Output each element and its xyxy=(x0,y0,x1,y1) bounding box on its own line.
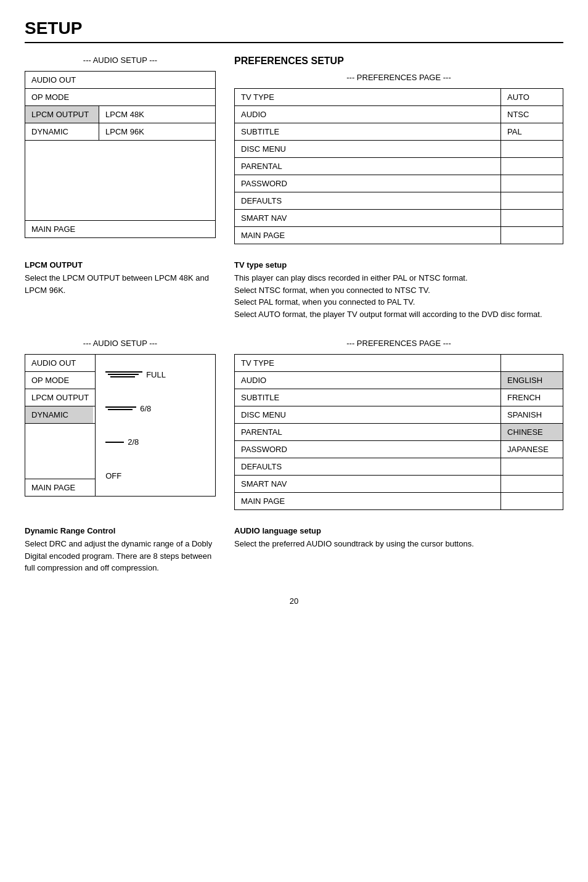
pref2-main-page-value xyxy=(501,493,563,509)
pref-row-main-page[interactable]: MAIN PAGE xyxy=(235,227,563,244)
tv-type-desc-text: This player can play discs recorded in e… xyxy=(234,272,563,320)
pref2-row-audio[interactable]: AUDIO ENGLISH xyxy=(235,372,563,389)
pref2-row-tv-type[interactable]: TV TYPE xyxy=(235,355,563,372)
menu-row-op-mode[interactable]: OP MODE xyxy=(25,89,215,106)
op-mode-label: OP MODE xyxy=(25,89,215,105)
pref2-row-parental[interactable]: PARENTAL CHINESE xyxy=(235,424,563,441)
pref2-defaults-value xyxy=(501,458,563,475)
tv-type-value: AUTO xyxy=(501,89,563,105)
page-title: SETUP xyxy=(25,19,563,43)
pref2-password-label: PASSWORD xyxy=(235,441,501,458)
dyn-68-bar xyxy=(105,406,136,410)
bottom-row: --- AUDIO SETUP --- AUDIO OUT OP MODE LP… xyxy=(25,339,563,520)
menu-row-audio-out[interactable]: AUDIO OUT xyxy=(25,72,215,89)
preferences-bottom-section: --- PREFERENCES PAGE --- TV TYPE AUDIO E… xyxy=(234,339,563,520)
pref2-audio-value: ENGLISH xyxy=(501,372,563,389)
dyn-row-main-page[interactable]: MAIN PAGE xyxy=(25,479,95,496)
preferences-top-menu: TV TYPE AUTO AUDIO NTSC SUBTITLE PAL DIS… xyxy=(234,88,563,244)
pref-row-subtitle[interactable]: SUBTITLE PAL xyxy=(235,123,563,141)
dyn-full-bar xyxy=(105,371,142,377)
pref-defaults-value xyxy=(501,192,563,209)
pref2-parental-label: PARENTAL xyxy=(235,424,501,440)
pref2-row-subtitle[interactable]: SUBTITLE FRENCH xyxy=(235,389,563,406)
dyn-off-item: OFF xyxy=(105,471,166,480)
pref-row-smart-nav[interactable]: SMART NAV xyxy=(235,210,563,227)
audio-setup-top-header: --- AUDIO SETUP --- xyxy=(25,56,216,65)
dyn-68-item: 6/8 xyxy=(105,404,166,413)
dynamic-desc-text: Select DRC and adjust the dynamic range … xyxy=(25,538,216,574)
dynamic-label: DYNAMIC xyxy=(25,123,99,140)
pref-password-value xyxy=(501,175,563,192)
dyn-28-line1 xyxy=(105,442,124,443)
bottom-desc-row: Dynamic Range Control Select DRC and adj… xyxy=(25,526,563,587)
dyn-28-bar xyxy=(105,442,124,443)
pref-parental-label: PARENTAL xyxy=(235,158,501,175)
audio-setup-top-section: --- AUDIO SETUP --- AUDIO OUT OP MODE LP… xyxy=(25,56,216,254)
pref2-password-value: JAPANESE xyxy=(501,441,563,458)
dyn-row-dynamic[interactable]: DYNAMIC xyxy=(25,406,95,424)
pref2-row-defaults[interactable]: DEFAULTS xyxy=(235,458,563,476)
lpcm-output-value: LPCM 48K xyxy=(99,106,161,123)
pref2-smart-nav-label: SMART NAV xyxy=(235,476,501,492)
pref-smart-nav-label: SMART NAV xyxy=(235,210,501,226)
pref2-row-disc-menu[interactable]: DISC MENU SPANISH xyxy=(235,406,563,424)
menu-row-lpcm-output[interactable]: LPCM OUTPUT LPCM 48K xyxy=(25,106,215,123)
audio-setup-top-menu: AUDIO OUT OP MODE LPCM OUTPUT LPCM 48K D… xyxy=(25,71,216,238)
dyn-audio-out-label: AUDIO OUT xyxy=(25,355,93,371)
empty-space xyxy=(25,141,215,220)
dynamic-diagram: AUDIO OUT OP MODE LPCM OUTPUT DYNAMIC MA… xyxy=(25,354,216,497)
pref-row-disc-menu[interactable]: DISC MENU xyxy=(235,141,563,158)
menu-row-main-page-top[interactable]: MAIN PAGE xyxy=(25,221,215,237)
audio-setup-bottom-header: --- AUDIO SETUP --- xyxy=(25,339,216,348)
dyn-28-label: 2/8 xyxy=(128,437,139,447)
lpcm-desc-section: LPCM OUTPUT Select the LPCM OUTPUT betwe… xyxy=(25,260,216,320)
dyn-full-line2 xyxy=(108,374,139,375)
pref-row-parental[interactable]: PARENTAL xyxy=(235,158,563,175)
tv-type-desc-title: TV type setup xyxy=(234,260,563,270)
pref-row-password[interactable]: PASSWORD xyxy=(235,175,563,192)
dyn-row-audio-out[interactable]: AUDIO OUT xyxy=(25,355,95,372)
pref-row-tv-type[interactable]: TV TYPE AUTO xyxy=(235,89,563,106)
pref2-row-password[interactable]: PASSWORD JAPANESE xyxy=(235,441,563,458)
dyn-off-label: OFF xyxy=(105,471,121,480)
pref-disc-menu-value xyxy=(501,141,563,157)
dyn-28-item: 2/8 xyxy=(105,437,166,447)
pref-password-label: PASSWORD xyxy=(235,175,501,192)
dyn-lpcm-label: LPCM OUTPUT xyxy=(25,389,95,406)
dyn-full-item: FULL xyxy=(105,370,166,379)
dyn-dynamic-label: DYNAMIC xyxy=(25,406,93,423)
top-row: --- AUDIO SETUP --- AUDIO OUT OP MODE LP… xyxy=(25,56,563,254)
pref-row-defaults[interactable]: DEFAULTS xyxy=(235,192,563,210)
menu-row-dynamic[interactable]: DYNAMIC LPCM 96K xyxy=(25,123,215,141)
audio-lang-desc-text: Select the preferred AUDIO soundtrack by… xyxy=(234,538,563,550)
dyn-row-lpcm[interactable]: LPCM OUTPUT xyxy=(25,389,95,406)
pref-parental-value xyxy=(501,158,563,175)
pref2-main-page-label: MAIN PAGE xyxy=(235,493,501,509)
dyn-68-label: 6/8 xyxy=(140,404,151,413)
pref2-row-smart-nav[interactable]: SMART NAV xyxy=(235,476,563,493)
dynamic-values-col: FULL 6/8 2/8 xyxy=(96,355,176,496)
audio-setup-bottom-section: --- AUDIO SETUP --- AUDIO OUT OP MODE LP… xyxy=(25,339,216,520)
pref2-audio-label: AUDIO xyxy=(235,372,501,389)
dyn-row-op-mode[interactable]: OP MODE xyxy=(25,372,95,389)
preferences-top-header: --- PREFERENCES PAGE --- xyxy=(234,73,563,82)
pref-row-audio[interactable]: AUDIO NTSC xyxy=(235,106,563,123)
pref2-tv-type-label: TV TYPE xyxy=(235,355,501,371)
dyn-full-line1 xyxy=(105,371,142,373)
lpcm-output-label: LPCM OUTPUT xyxy=(25,106,99,123)
pref2-parental-value: CHINESE xyxy=(501,424,563,440)
tv-type-desc-section: TV type setup This player can play discs… xyxy=(234,260,563,320)
audio-lang-desc-title: AUDIO language setup xyxy=(234,526,563,535)
pref-audio-label: AUDIO xyxy=(235,106,501,123)
dynamic-value: LPCM 96K xyxy=(99,123,161,140)
dynamic-desc-section: Dynamic Range Control Select DRC and adj… xyxy=(25,526,216,574)
dyn-full-label: FULL xyxy=(146,370,166,379)
pref2-disc-menu-value: SPANISH xyxy=(501,406,563,423)
pref2-row-main-page[interactable]: MAIN PAGE xyxy=(235,493,563,509)
preferences-bottom-header: --- PREFERENCES PAGE --- xyxy=(234,339,563,348)
pref-defaults-label: DEFAULTS xyxy=(235,192,501,209)
menu-row-empty-space xyxy=(25,141,215,221)
pref-main-page-label: MAIN PAGE xyxy=(235,227,501,244)
pref2-tv-type-value xyxy=(501,355,563,371)
preferences-top-section: PREFERENCES SETUP --- PREFERENCES PAGE -… xyxy=(234,56,563,254)
